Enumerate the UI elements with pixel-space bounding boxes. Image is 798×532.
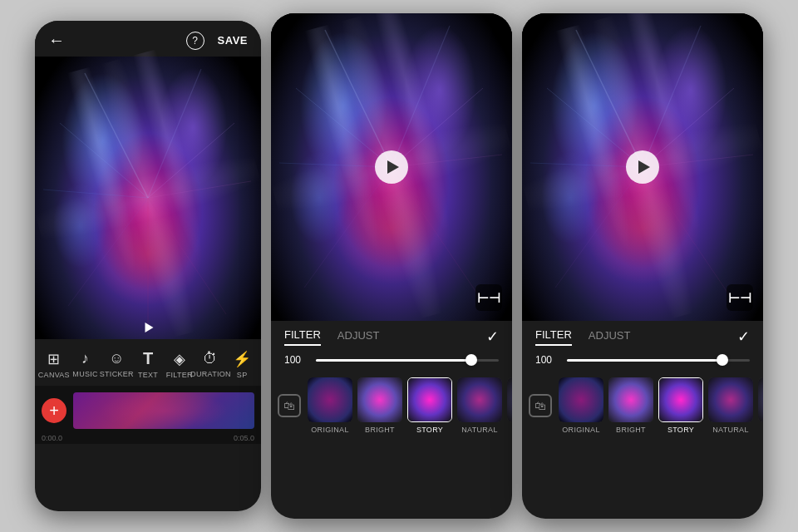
phone3-compare-icon: ⊢⊣ xyxy=(728,290,751,306)
phone3-slider-row: 100 xyxy=(522,349,763,371)
phone3-filter-name-story: STORY xyxy=(667,426,694,434)
phone3-filter-name-bright: BRIGHT xyxy=(616,426,646,434)
phone3-compare-button[interactable]: ⊢⊣ xyxy=(727,284,753,311)
svg-line-16 xyxy=(392,167,479,296)
phone3-filter-thumb-story xyxy=(658,377,703,422)
phone2-filter-thumb-original xyxy=(308,377,352,422)
tool-canvas[interactable]: ⊞ CANVAS xyxy=(38,347,70,382)
sticker-label: STICKER xyxy=(100,370,134,378)
phone2-filter-bright[interactable]: BRIGHT xyxy=(357,377,402,434)
phone-1: ← ? SAVE xyxy=(35,21,261,511)
phone3-filter-thumb-original xyxy=(559,377,603,422)
svg-line-9 xyxy=(325,30,392,167)
phone2-confirm-button[interactable]: ✓ xyxy=(486,328,499,346)
phone3-confirm-button[interactable]: ✓ xyxy=(737,328,750,346)
phone2-filter-name-original: ORIGINAL xyxy=(311,426,348,434)
phone3-slider-thumb[interactable] xyxy=(717,354,728,366)
phone3-slider-fill xyxy=(567,359,722,362)
phone-3: ⊢⊣ FILTER ADJUST ✓ 100 🛍 xyxy=(522,13,763,519)
text-label: TEXT xyxy=(138,371,158,379)
phone2-slider-row: 100 xyxy=(271,349,512,371)
svg-line-2 xyxy=(60,123,148,198)
svg-line-19 xyxy=(547,88,643,167)
add-clip-button[interactable]: + xyxy=(42,398,66,423)
timeline-start: 0:00.0 xyxy=(42,434,62,442)
speed-label: SP xyxy=(237,371,248,379)
phone3-filter-save-button[interactable]: 🛍 xyxy=(529,394,552,417)
phone3-filter-thumb-natural xyxy=(708,377,753,422)
canvas-icon: ⊞ xyxy=(47,350,60,368)
phone3-filter-name-natural: NATURAL xyxy=(712,426,748,434)
phone3-filter-save-area: 🛍 xyxy=(522,377,559,434)
tool-text[interactable]: T TEXT xyxy=(132,346,164,382)
svg-line-17 xyxy=(576,30,643,167)
svg-line-11 xyxy=(296,88,392,167)
svg-line-4 xyxy=(43,190,148,198)
phone3-play-icon xyxy=(638,160,650,174)
phone2-filter-thumb-bright xyxy=(357,377,402,422)
back-button[interactable]: ← xyxy=(48,31,65,50)
phone2-slider-thumb[interactable] xyxy=(466,354,477,366)
phone2-filter-wa[interactable]: WA xyxy=(507,377,512,434)
play-button[interactable] xyxy=(143,323,154,332)
phones-container: ← ? SAVE xyxy=(35,13,763,519)
phone2-video-preview: ⊢⊣ xyxy=(271,13,512,321)
music-label: MUSIC xyxy=(72,370,98,378)
timeline: + xyxy=(35,386,261,432)
svg-line-15 xyxy=(304,167,392,288)
phone3-slider-value: 100 xyxy=(535,354,559,366)
svg-line-23 xyxy=(555,167,643,288)
filter-save-button[interactable]: 🛍 xyxy=(278,394,301,417)
filter-icon: ◈ xyxy=(174,350,185,368)
phone3-filter-original[interactable]: ORIGINAL xyxy=(559,377,603,434)
phone3-filter-thumb-bright xyxy=(608,377,653,422)
timeline-track[interactable] xyxy=(73,392,254,429)
phone3-filter-story[interactable]: STORY xyxy=(658,377,703,434)
svg-line-20 xyxy=(643,88,734,167)
svg-line-5 xyxy=(148,181,251,198)
phone2-filter-thumb-natural xyxy=(457,377,502,422)
speed-icon: ⚡ xyxy=(233,350,251,368)
phone2-play-button[interactable] xyxy=(375,150,408,184)
phone2-filter-natural[interactable]: NATURAL xyxy=(457,377,502,434)
phone3-slider-track[interactable] xyxy=(567,359,750,362)
filter-label: FILTER xyxy=(166,371,193,379)
text-icon: T xyxy=(143,349,153,368)
svg-line-18 xyxy=(643,26,701,167)
svg-line-7 xyxy=(148,198,226,314)
phone2-filter-save-area: 🛍 xyxy=(271,377,308,434)
phone2-slider-fill xyxy=(316,359,471,362)
tool-speed[interactable]: ⚡ SP xyxy=(226,347,258,382)
svg-line-10 xyxy=(392,26,450,167)
duration-label: DURATION xyxy=(190,370,231,378)
phone2-slider-value: 100 xyxy=(284,354,308,366)
phone3-filter-strip: 🛍 ORIGINAL BRIGHT xyxy=(522,371,763,441)
phone3-filter-items: ORIGINAL BRIGHT STORY xyxy=(559,377,763,434)
phone3-play-button[interactable] xyxy=(626,150,659,184)
phone3-filter-bright[interactable]: BRIGHT xyxy=(608,377,653,434)
phone2-filter-thumb-wa xyxy=(507,377,512,422)
phone3-filter-natural[interactable]: NATURAL xyxy=(708,377,753,434)
phone2-filter-story[interactable]: STORY xyxy=(407,377,452,434)
phone3-filter-name-original: ORIGINAL xyxy=(562,426,599,434)
svg-line-24 xyxy=(643,167,730,296)
phone3-filter-wa[interactable]: WA xyxy=(758,377,763,434)
video-preview xyxy=(35,57,261,339)
sparks-svg xyxy=(35,57,261,339)
phone2-filter-name-natural: NATURAL xyxy=(461,426,497,434)
compare-button[interactable]: ⊢⊣ xyxy=(475,284,502,311)
svg-line-3 xyxy=(148,123,234,198)
phone2-filter-name-story: STORY xyxy=(416,426,443,434)
phone2-play-icon xyxy=(387,160,399,174)
phone2-filter-original[interactable]: ORIGINAL xyxy=(308,377,352,434)
duration-icon: ⏱ xyxy=(203,350,218,367)
phone2-filter-name-bright: BRIGHT xyxy=(365,426,395,434)
svg-line-12 xyxy=(392,88,483,167)
phone3-filter-thumb-wa xyxy=(758,377,763,422)
timeline-markers: 0:00.0 0:05.0 xyxy=(35,432,261,444)
tool-duration[interactable]: ⏱ DURATION xyxy=(195,347,227,382)
phone2-filter-strip: 🛍 ORIGINAL BRIGHT xyxy=(271,371,512,441)
svg-line-0 xyxy=(85,73,148,198)
phone2-slider-track[interactable] xyxy=(316,359,499,362)
phone2-filter-thumb-story xyxy=(407,377,452,422)
